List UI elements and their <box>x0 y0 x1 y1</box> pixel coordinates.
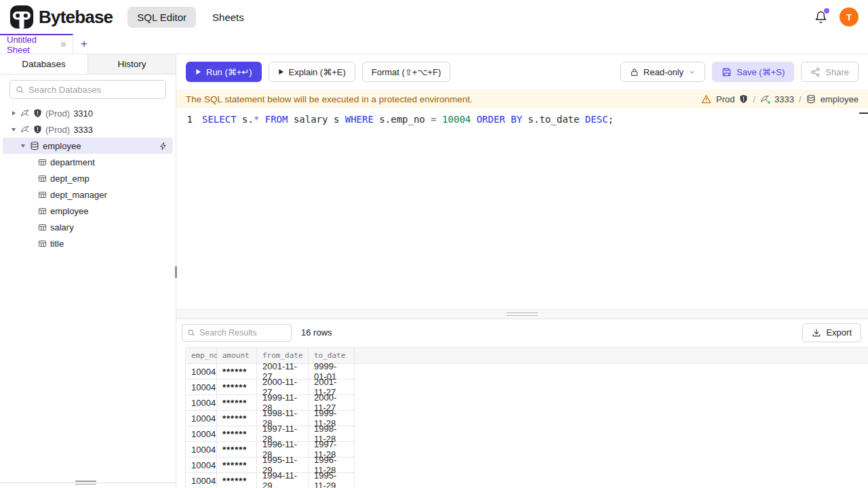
download-icon <box>812 328 821 338</box>
topbar-right: T <box>813 7 859 26</box>
editor-toolbar: Run (⌘+↵) Explain (⌘+E) Format (⇧+⌥+F) R… <box>176 54 868 89</box>
export-button[interactable]: Export <box>802 323 861 342</box>
table-icon <box>38 158 47 167</box>
cell-amount[interactable]: ****** <box>217 411 257 426</box>
table-icon <box>38 239 47 248</box>
header-filler <box>355 347 868 364</box>
sidebar: Databases History <box>0 54 176 488</box>
database-name: employee <box>821 94 859 104</box>
cell-emp-no[interactable]: 10004 <box>185 380 217 395</box>
cell-emp-no[interactable]: 10004 <box>185 458 217 473</box>
tab-databases[interactable]: Databases <box>0 54 88 74</box>
play-icon <box>195 68 201 75</box>
panel-split-divider[interactable] <box>176 309 868 319</box>
cell-amount[interactable]: ****** <box>217 442 257 458</box>
nav-sheets[interactable]: Sheets <box>203 7 254 28</box>
table-name: employee <box>50 206 88 216</box>
sheet-tabstrip: Untitled Sheet + <box>0 34 868 54</box>
cell-emp-no[interactable]: 10004 <box>185 442 217 458</box>
table-row: 10004 ****** 1994-11-29 1995-11-29 <box>185 473 868 488</box>
tree-table-title[interactable]: title <box>0 235 176 251</box>
search-icon <box>187 329 195 337</box>
cell-emp-no[interactable]: 10004 <box>185 426 217 442</box>
sidebar-panel-drag-handle[interactable] <box>75 481 96 485</box>
readonly-mode-dropdown[interactable]: Read-only <box>620 62 705 82</box>
format-button[interactable]: Format (⇧+⌥+F) <box>362 62 450 82</box>
table-name: department <box>50 157 95 167</box>
cell-emp-no[interactable]: 10004 <box>185 395 217 411</box>
cell-amount[interactable]: ****** <box>217 473 257 488</box>
nav-sql-editor[interactable]: SQL Editor <box>127 7 196 28</box>
database-search-input[interactable] <box>28 85 160 95</box>
cell-emp-no[interactable]: 10004 <box>185 411 217 426</box>
cell-amount[interactable]: ****** <box>217 395 257 411</box>
lock-icon <box>630 68 639 77</box>
sheet-tab-label: Untitled Sheet <box>7 35 56 55</box>
results-search[interactable] <box>182 324 292 342</box>
tree-table-dept-manager[interactable]: dept_manager <box>0 186 176 203</box>
split-drag-handle[interactable] <box>507 312 538 316</box>
cell-emp-no[interactable]: 10004 <box>185 364 217 380</box>
cell-amount[interactable]: ****** <box>217 458 257 473</box>
table-name: salary <box>50 222 74 232</box>
tree-table-department[interactable]: department <box>0 154 176 170</box>
environment-badge: Prod <box>716 94 734 104</box>
notification-bell-icon[interactable] <box>813 9 828 24</box>
tree-table-employee[interactable]: employee <box>0 203 176 219</box>
tree-database-employee[interactable]: employee <box>3 138 173 154</box>
cell-amount[interactable]: ****** <box>217 364 257 380</box>
sidebar-bottom-divider <box>0 483 176 483</box>
database-icon <box>30 141 39 150</box>
results-panel: 16 rows Export emp_no amount from_date t… <box>176 319 868 488</box>
tab-history[interactable]: History <box>88 54 176 74</box>
chevron-down-icon <box>688 68 696 76</box>
database-name: employee <box>43 141 81 151</box>
unsaved-indicator-dot <box>61 42 66 47</box>
connection-flash-icon[interactable] <box>159 142 167 150</box>
app-window: Bytebase SQL Editor Sheets T Untitled Sh… <box>0 0 868 488</box>
cell-amount[interactable]: ****** <box>217 380 257 395</box>
database-icon <box>806 94 816 104</box>
caret-down-icon <box>9 127 17 132</box>
mysql-dolphin-icon <box>760 94 770 104</box>
connection-breadcrumb: Prod / 3333 / <box>701 94 859 104</box>
code-line: 1 SELECT s.* FROM salary s WHERE s.emp_n… <box>176 108 868 127</box>
row-count: 16 rows <box>301 327 332 338</box>
results-search-input[interactable] <box>199 328 286 338</box>
tab-untitled-sheet[interactable]: Untitled Sheet <box>0 34 73 54</box>
brand[interactable]: Bytebase <box>9 5 113 29</box>
save-button[interactable]: Save (⌘+S) <box>712 62 794 82</box>
warning-triangle-icon <box>701 94 711 104</box>
brand-name: Bytebase <box>39 7 113 28</box>
line-number: 1 <box>176 112 202 127</box>
tree-instance-3310[interactable]: (Prod) 3310 <box>0 105 176 121</box>
database-search[interactable] <box>9 80 166 99</box>
tree-table-salary[interactable]: salary <box>0 219 176 235</box>
new-sheet-button[interactable]: + <box>73 34 95 54</box>
connection-status-dot <box>767 100 771 104</box>
notification-badge <box>824 8 829 14</box>
share-button[interactable]: Share <box>801 62 859 82</box>
sql-statement: SELECT s.* FROM salary s WHERE s.emp_no … <box>202 112 614 127</box>
cell-to-date[interactable]: 1995-11-29 <box>309 473 355 488</box>
tree-table-dept-emp[interactable]: dept_emp <box>0 170 176 186</box>
run-button[interactable]: Run (⌘+↵) <box>186 62 262 82</box>
cell-amount[interactable]: ****** <box>217 426 257 442</box>
banner-message: The SQL statement below will be executed… <box>186 94 473 104</box>
breadcrumb-separator: / <box>799 94 802 104</box>
table-icon <box>38 190 47 199</box>
database-tree: (Prod) 3310 <box>0 103 176 488</box>
table-icon <box>38 223 47 232</box>
tree-instance-3333[interactable]: (Prod) 3333 <box>0 121 176 138</box>
search-icon <box>16 85 24 94</box>
cell-emp-no[interactable]: 10004 <box>185 473 217 488</box>
explain-button[interactable]: Explain (⌘+E) <box>269 62 355 82</box>
column-header: amount <box>217 347 257 364</box>
user-avatar[interactable]: T <box>840 7 859 26</box>
table-name: dept_emp <box>50 174 90 184</box>
environment-label: (Prod) <box>45 125 70 135</box>
cell-from-date[interactable]: 1994-11-29 <box>257 473 309 488</box>
instance-name: 3333 <box>73 125 93 135</box>
sql-editor[interactable]: 1 SELECT s.* FROM salary s WHERE s.emp_n… <box>176 108 868 309</box>
mysql-dolphin-icon <box>20 125 30 134</box>
